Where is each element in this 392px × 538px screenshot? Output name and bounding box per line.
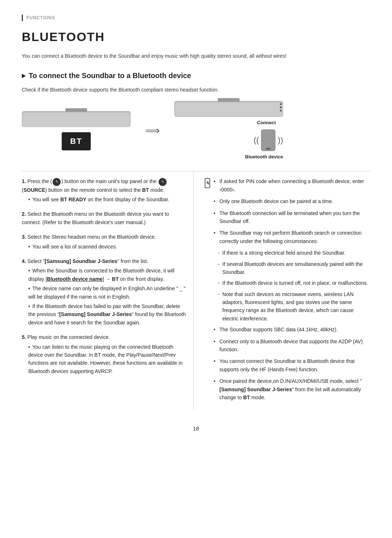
step-3-number: 3. — [22, 234, 26, 240]
right-note-3: The Bluetooth connection will be termina… — [214, 209, 371, 226]
dot3 — [280, 110, 282, 112]
check-text: Check if the Bluetooth device supports t… — [22, 86, 370, 94]
step-1-subbullet: You will see BT READY on the front displ… — [28, 195, 188, 203]
step-5-subbullet: You can listen to the music playing on t… — [28, 343, 188, 376]
step-4: 4. Select "[Samsung] Soundbar J-Series" … — [22, 257, 188, 327]
extra-note-2: Connect only to a Bluetooth device that … — [214, 337, 371, 354]
section-label: FUNCTIONS — [22, 15, 370, 21]
right-column: ✎ If asked for PIN code when connecting … — [205, 171, 371, 410]
bt-mode-label: BT — [142, 187, 149, 193]
dash-note-2: If several Bluetooth devices are simulta… — [214, 260, 371, 276]
connect-label: Connect — [257, 119, 276, 126]
dot1 — [280, 103, 282, 105]
page-title: BLUETOOTH — [22, 28, 370, 46]
step-4-subbullet-3: If the Bluetooth device has failed to pa… — [28, 302, 188, 327]
dot2 — [280, 106, 282, 108]
extra-note-4: Once paired the device,on D.IN/AUX/HDMI/… — [214, 377, 371, 401]
soundbar-top-strip-left — [65, 108, 87, 112]
source-bold: SOURCE — [24, 187, 45, 193]
wave-left-icon: (( — [254, 134, 259, 146]
extra-note-3: You cannot connect the Soundbar to a Blu… — [214, 357, 371, 373]
extra-bullet-list: The Soundbar supports SBC data (44.1kHz,… — [214, 325, 371, 401]
extra-note-1: The Soundbar supports SBC data (44.1kHz,… — [214, 325, 371, 333]
step-4-subbullet-2: The device name can only be displayed in… — [28, 284, 188, 301]
left-column: 1. Press the (↰) button on the main unit… — [22, 171, 194, 410]
soundbar-body-right — [174, 101, 283, 117]
step-1: 1. Press the (↰) button on the main unit… — [22, 177, 188, 203]
soundbar-top-strip-right — [218, 98, 240, 102]
dash-note-1: If there is a strong electrical field ar… — [214, 249, 371, 257]
step-3-subbullet: You will see a list of scanned devices. — [28, 243, 188, 251]
page-number: 18 — [22, 425, 370, 433]
phone-icon — [261, 129, 275, 151]
step-3: 3. Select the Stereo headset menu on the… — [22, 233, 188, 251]
bt-display: BT — [62, 132, 91, 150]
two-col-section: 1. Press the (↰) button on the main unit… — [22, 171, 370, 410]
step-5-number: 5. — [22, 334, 26, 340]
step-4-number: 4. — [22, 258, 26, 264]
soundbar-left-diagram: BT — [22, 111, 131, 150]
diagram-area: BT ⟹ Connect (( )) Bluetooth device — [22, 101, 370, 160]
right-note-1: If asked for PIN code when connecting a … — [214, 177, 371, 194]
intro-text: You can connect a Bluetooth device to th… — [22, 52, 370, 60]
soundbar-body-left — [22, 111, 131, 127]
section-heading: To connect the Soundbar to a Bluetooth d… — [22, 70, 370, 81]
source-icon-2: ↰ — [159, 178, 167, 186]
step-2: 2. Select the Bluetooth menu on the Blue… — [22, 210, 188, 226]
step-4-subbullet-1: When the Soundbar is connected to the Bl… — [28, 267, 188, 283]
dash-note-3: If the Bluetooth device is turned off, n… — [214, 279, 371, 287]
note-icon: ✎ — [205, 178, 210, 188]
wave-right-icon: )) — [278, 134, 283, 146]
right-bullet-list: If asked for PIN code when connecting a … — [214, 177, 371, 245]
soundbar-right-diagram: Connect (( )) Bluetooth device — [174, 101, 283, 160]
phone-home-button — [266, 148, 270, 150]
arrow-icon: ⟹ — [145, 123, 160, 138]
right-note-2: Only one Bluetooth device can be paired … — [214, 197, 371, 205]
step-5: 5. Play music on the connected device. Y… — [22, 333, 188, 375]
soundbar-name-bold: [Samsung] Soundbar J-Series — [45, 258, 117, 264]
step-1-number: 1. — [22, 178, 26, 184]
source-icon-1: ↰ — [53, 178, 61, 186]
steps-list: 1. Press the (↰) button on the main unit… — [22, 177, 188, 375]
dash-note-4: Note that such devices as microwave oven… — [214, 290, 371, 323]
step-2-number: 2. — [22, 211, 26, 217]
right-note-4: The Soundbar may not perform Bluetooth s… — [214, 229, 371, 245]
bt-phone-area: (( )) — [254, 129, 283, 151]
bt-device-label: Bluetooth device — [245, 153, 283, 161]
